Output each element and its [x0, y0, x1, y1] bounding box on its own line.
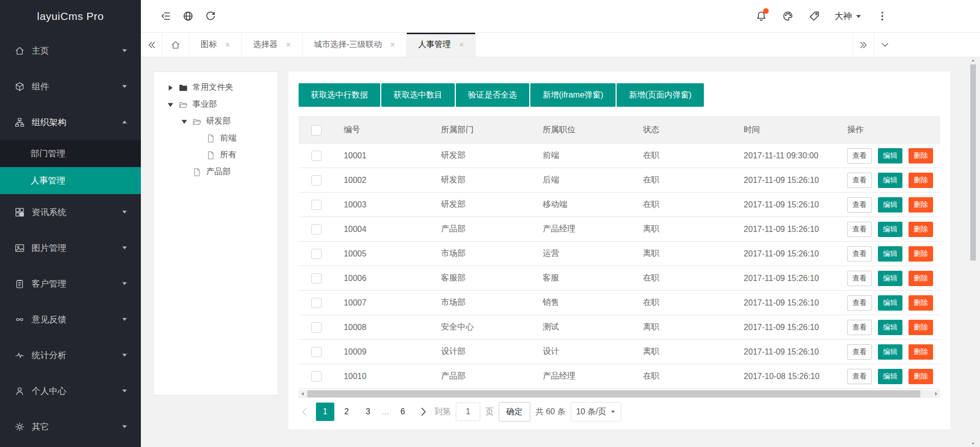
view-button[interactable]: 查看: [847, 320, 872, 335]
edit-button[interactable]: 编辑: [878, 271, 902, 286]
pagination-page[interactable]: 2: [337, 403, 356, 421]
pagination-confirm-button[interactable]: 确定: [499, 402, 530, 421]
view-button[interactable]: 查看: [847, 197, 872, 213]
globe-button[interactable]: [177, 5, 199, 28]
toolbar-button-4[interactable]: 新增(页面内弹窗): [617, 83, 704, 107]
tabs-scroll-right-button[interactable]: [852, 33, 874, 57]
vscroll-thumb[interactable]: [970, 64, 976, 261]
edit-button[interactable]: 编辑: [878, 173, 902, 188]
row-checkbox[interactable]: [311, 347, 322, 357]
edit-button[interactable]: 编辑: [878, 222, 902, 237]
sidebar-item-org[interactable]: 组织架构: [0, 104, 141, 140]
view-button[interactable]: 查看: [847, 369, 872, 384]
pagination-page[interactable]: 3: [359, 403, 377, 421]
tree-node[interactable]: 产品部: [154, 163, 278, 180]
sidebar-subitem[interactable]: 部门管理: [0, 140, 141, 167]
tree-node[interactable]: 事业部: [154, 96, 278, 113]
tab-item[interactable]: 城市选择-三级联动×: [303, 33, 407, 57]
sidebar-item-pulse[interactable]: 统计分析: [0, 337, 141, 373]
tab-active[interactable]: 人事管理×: [407, 33, 476, 57]
sidebar-item-gear[interactable]: 其它: [0, 409, 141, 444]
tab-home[interactable]: [162, 33, 189, 57]
view-button[interactable]: 查看: [847, 173, 872, 188]
refresh-button[interactable]: [199, 5, 222, 28]
vscroll-down-arrow[interactable]: [970, 440, 976, 447]
delete-button[interactable]: 删除: [909, 222, 933, 237]
edit-button[interactable]: 编辑: [878, 295, 902, 311]
view-button[interactable]: 查看: [847, 148, 872, 163]
column-header: 操作: [840, 117, 940, 144]
sidebar-item-home[interactable]: 主页: [0, 33, 141, 68]
tab-close-icon[interactable]: ×: [459, 40, 464, 49]
page-jump-input[interactable]: [456, 403, 480, 421]
pagination-page[interactable]: 6: [394, 403, 412, 421]
tab-item[interactable]: 图标×: [189, 33, 242, 57]
delete-button[interactable]: 删除: [909, 246, 933, 262]
hscroll-right-arrow[interactable]: [932, 390, 940, 398]
toolbar-button-2[interactable]: 验证是否全选: [456, 83, 529, 107]
row-checkbox[interactable]: [311, 249, 322, 259]
row-checkbox[interactable]: [311, 175, 322, 185]
tree-node[interactable]: 前端: [154, 130, 278, 147]
theme-button[interactable]: [776, 5, 799, 28]
notifications-button[interactable]: [750, 5, 772, 28]
more-button[interactable]: [871, 5, 893, 28]
pagination-page[interactable]: 1: [316, 403, 334, 421]
user-menu[interactable]: 大神: [829, 10, 867, 22]
row-checkbox[interactable]: [311, 224, 322, 234]
sidebar-item-image[interactable]: 图片管理: [0, 230, 141, 266]
delete-button[interactable]: 删除: [909, 320, 933, 335]
edit-button[interactable]: 编辑: [878, 148, 902, 163]
tab-item[interactable]: 选择器×: [242, 33, 303, 57]
edit-button[interactable]: 编辑: [878, 344, 902, 360]
pagination-prev-button[interactable]: [299, 406, 311, 418]
toolbar-button-0[interactable]: 获取选中行数据: [299, 83, 380, 107]
edit-button[interactable]: 编辑: [878, 246, 902, 262]
tag-button[interactable]: [803, 5, 825, 28]
delete-button[interactable]: 删除: [909, 197, 933, 213]
sidebar-item-clipboard[interactable]: 客户管理: [0, 266, 141, 301]
page-size-select[interactable]: 10 条/页: [571, 402, 622, 421]
delete-button[interactable]: 删除: [909, 148, 933, 163]
delete-button[interactable]: 删除: [909, 344, 933, 360]
hscroll-thumb[interactable]: [307, 390, 920, 397]
view-button[interactable]: 查看: [847, 271, 872, 286]
row-checkbox[interactable]: [311, 200, 322, 210]
tabs-menu-button[interactable]: [874, 33, 895, 57]
tree-node[interactable]: 常用文件夹: [154, 79, 278, 96]
delete-button[interactable]: 删除: [909, 369, 933, 384]
row-checkbox[interactable]: [311, 371, 322, 382]
view-button[interactable]: 查看: [847, 295, 872, 311]
row-checkbox[interactable]: [311, 298, 322, 308]
tabs-scroll-left-button[interactable]: [141, 33, 162, 57]
sidebar-item-grid[interactable]: 资讯系统: [0, 194, 141, 230]
tree-node[interactable]: 研发部: [154, 113, 278, 130]
tab-close-icon[interactable]: ×: [286, 40, 291, 49]
sidebar-item-cube[interactable]: 组件: [0, 68, 141, 104]
sidebar-item-user[interactable]: 个人中心: [0, 373, 141, 409]
tree-node[interactable]: 所有: [154, 147, 278, 163]
delete-button[interactable]: 删除: [909, 271, 933, 286]
sidebar-subitem[interactable]: 人事管理: [0, 167, 141, 194]
row-checkbox[interactable]: [311, 273, 322, 284]
toolbar-button-3[interactable]: 新增(iframe弹窗): [530, 83, 616, 107]
view-button[interactable]: 查看: [847, 344, 872, 360]
view-button[interactable]: 查看: [847, 222, 872, 237]
edit-button[interactable]: 编辑: [878, 369, 902, 384]
vscroll-up-arrow[interactable]: [970, 57, 976, 64]
edit-button[interactable]: 编辑: [878, 320, 902, 335]
collapse-button[interactable]: [154, 5, 177, 28]
row-checkbox[interactable]: [311, 322, 322, 333]
tab-close-icon[interactable]: ×: [225, 40, 230, 49]
pagination-next-button[interactable]: [417, 406, 429, 418]
row-checkbox[interactable]: [311, 151, 322, 161]
edit-button[interactable]: 编辑: [878, 197, 902, 213]
tab-close-icon[interactable]: ×: [390, 40, 395, 49]
delete-button[interactable]: 删除: [909, 173, 933, 188]
delete-button[interactable]: 删除: [909, 295, 933, 311]
hscroll-left-arrow[interactable]: [299, 390, 307, 398]
sidebar-item-infinity[interactable]: 意见反馈: [0, 301, 141, 337]
select-all-checkbox[interactable]: [311, 125, 322, 135]
view-button[interactable]: 查看: [847, 246, 872, 262]
toolbar-button-1[interactable]: 获取选中数目: [381, 83, 455, 107]
